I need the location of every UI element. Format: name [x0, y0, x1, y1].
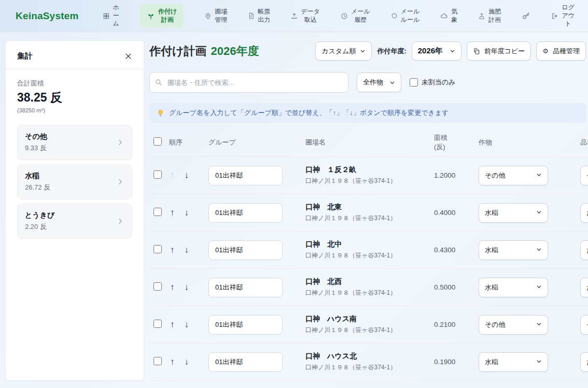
crop-name: その他: [25, 132, 47, 141]
row-checkbox[interactable]: [153, 320, 162, 328]
move-up-button[interactable]: ↑: [169, 245, 176, 255]
row-checkbox[interactable]: [153, 208, 162, 216]
group-input[interactable]: [208, 278, 283, 297]
group-input[interactable]: [208, 203, 283, 223]
hint-text: グループ名を入力して「グループ順」で並び替え、「↑」「↓」ボタンで順序を変更でき…: [169, 108, 449, 118]
nav-item-import[interactable]: データ 取込: [291, 8, 320, 24]
group-input[interactable]: [208, 166, 283, 185]
nav-item-weather[interactable]: 気 象: [440, 8, 457, 24]
move-up-button[interactable]: ↑: [169, 282, 176, 293]
crop-select[interactable]: その他: [479, 315, 548, 335]
group-input[interactable]: [208, 315, 283, 335]
nav-item-key[interactable]: [522, 11, 530, 20]
crop-summary-card[interactable]: とうきび2.20 反: [17, 204, 132, 239]
crop-name: 水稲: [25, 171, 50, 181]
page-title: 作付け計画2026年度: [149, 44, 259, 59]
document-icon: [248, 12, 255, 19]
nav-item-label: 圃場 管理: [215, 8, 227, 24]
chevron-down-icon: [536, 246, 542, 254]
col-order: 順序: [169, 138, 208, 147]
nav-item-reports[interactable]: 帳票 出力: [248, 8, 270, 24]
nav-items: ホ ー ム作付け 計画圃場 管理帳票 出力データ 取込メール 履歴メール ルール…: [103, 4, 575, 28]
table-row: ↑ ↓ 口神 １反２畝 口神ノ川１９８（笹ヶ谷374-1） 1.2000 その他…: [149, 157, 588, 194]
variety-select[interactable]: た: [580, 278, 588, 297]
crop-select[interactable]: 水稲: [479, 203, 548, 223]
nav-item-fields[interactable]: 圃場 管理: [204, 8, 227, 24]
nav-item-home[interactable]: ホ ー ム: [103, 4, 119, 28]
move-up-button[interactable]: ↑: [169, 356, 176, 367]
row-checkbox[interactable]: [153, 170, 162, 179]
crop-summary-card[interactable]: 水稲26.72 反: [17, 164, 132, 199]
area-value: 1.2000: [434, 171, 479, 179]
field-address: 口神ノ川１９８（笹ヶ谷374-1）: [305, 177, 434, 185]
nav-item-planting[interactable]: 作付け 計画: [140, 4, 184, 27]
move-up-button[interactable]: ↑: [169, 170, 176, 181]
col-field-name: 圃場名: [305, 138, 434, 147]
variety-select[interactable]: そ: [580, 166, 588, 185]
row-checkbox[interactable]: [153, 282, 162, 291]
copy-previous-year-button[interactable]: 前年度コピー: [467, 41, 531, 61]
crop-select[interactable]: 水稲: [479, 278, 548, 297]
nav-item-label: 帳票 出力: [258, 8, 270, 24]
nav-item-fertilizer[interactable]: 施肥 計画: [478, 8, 501, 24]
table-row: ↑ ↓ 口神 ハウス北 口神ノ川１９８（笹ヶ谷374-1） 0.1900 水稲 …: [149, 343, 588, 381]
nav-item-logout[interactable]: ログ アウ ト: [551, 4, 575, 28]
variety-select[interactable]: た: [580, 203, 588, 223]
unassigned-only-filter[interactable]: 未割当のみ: [410, 78, 456, 87]
move-down-button[interactable]: ↓: [184, 319, 190, 330]
variety-select[interactable]: た: [580, 352, 588, 372]
crop-summary-cards: その他9.33 反水稲26.72 反とうきび2.20 反: [17, 125, 135, 239]
chevron-down-icon: [450, 48, 455, 54]
field-name: 口神 ハウス南: [305, 314, 434, 324]
fertilizer-icon: [478, 12, 485, 20]
map-pin-icon: [204, 12, 212, 20]
close-icon[interactable]: [123, 51, 133, 61]
group-input[interactable]: [208, 352, 283, 372]
total-area-label: 合計面積: [17, 79, 135, 88]
summary-panel: 集計 合計面積 38.25 反 (38250 m²) その他9.33 反水稲26…: [5, 40, 144, 381]
row-checkbox[interactable]: [153, 357, 162, 365]
col-crop: 作物: [479, 138, 580, 147]
logout-icon: [551, 12, 558, 20]
move-down-button[interactable]: ↓: [184, 356, 190, 367]
summary-title: 集計: [17, 51, 33, 61]
area-value: 0.2100: [434, 321, 479, 328]
search-icon: [155, 79, 162, 86]
col-group: グループ: [208, 138, 305, 147]
crop-select[interactable]: 水稲: [479, 352, 548, 372]
main-content: 作付け計画2026年度 カスタム順 作付年度: 2026年 前年度コピー ⚙ 品…: [149, 34, 588, 388]
sprout-icon: [147, 12, 155, 20]
group-input[interactable]: [208, 240, 283, 260]
move-down-button[interactable]: ↓: [184, 170, 190, 181]
variety-select[interactable]: た: [580, 240, 588, 260]
table-header: 順序 グループ 圃場名 面積 (反) 作物 品種: [149, 128, 588, 157]
move-down-button[interactable]: ↓: [184, 282, 190, 293]
sort-order-select[interactable]: カスタム順: [315, 41, 372, 61]
move-up-button[interactable]: ↑: [169, 319, 176, 330]
area-value: 0.1900: [434, 358, 479, 366]
move-down-button[interactable]: ↓: [184, 207, 190, 218]
planting-year-select[interactable]: 2026年: [412, 41, 461, 61]
chevron-down-icon: [536, 209, 542, 217]
area-value: 0.4000: [434, 209, 479, 217]
cloud-icon: [440, 12, 448, 20]
col-area: 面積 (反): [434, 133, 479, 151]
nav-item-mail-history[interactable]: メール 履歴: [341, 8, 370, 24]
row-checkbox[interactable]: [153, 245, 162, 253]
crop-area: 9.33 反: [25, 143, 47, 153]
select-all-checkbox[interactable]: [153, 137, 162, 146]
variety-management-button[interactable]: ⚙ 品種管理: [536, 41, 586, 61]
search-input[interactable]: [149, 72, 348, 93]
field-name: 口神 北東: [305, 203, 434, 212]
crop-filter-select[interactable]: 全作物: [357, 73, 401, 92]
move-up-button[interactable]: ↑: [169, 207, 176, 218]
variety-select[interactable]: そ: [580, 315, 588, 335]
move-down-button[interactable]: ↓: [184, 245, 190, 255]
crop-select[interactable]: 水稲: [479, 240, 548, 260]
nav-item-label: 作付け 計画: [158, 8, 177, 24]
unassigned-only-checkbox[interactable]: [410, 78, 418, 87]
history-icon: [341, 12, 348, 20]
nav-item-mail-rules[interactable]: メール ルール: [391, 8, 420, 24]
crop-summary-card[interactable]: その他9.33 反: [17, 125, 132, 160]
crop-select[interactable]: その他: [479, 166, 548, 185]
